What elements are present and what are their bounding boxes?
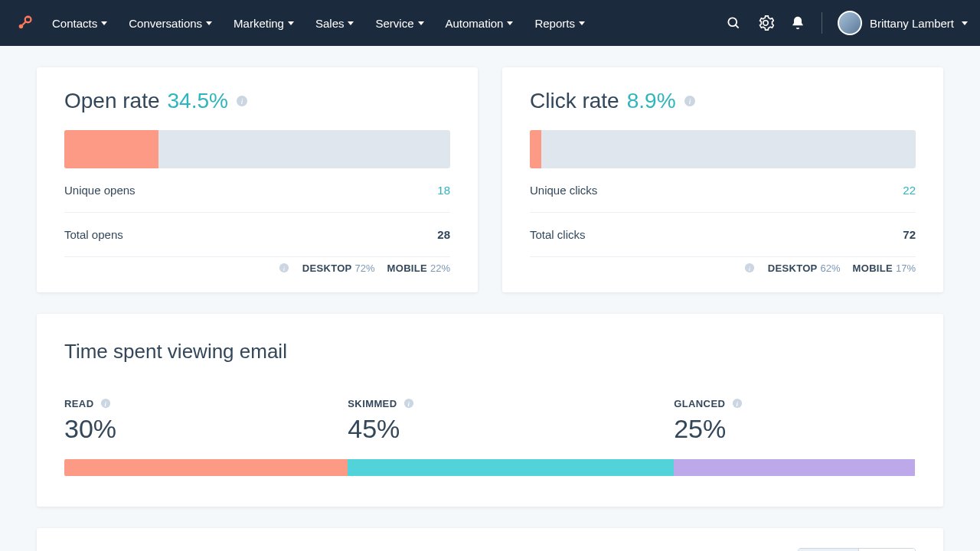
hubspot-logo-icon[interactable] [15, 14, 34, 32]
info-icon[interactable]: i [684, 95, 696, 107]
total-opens-row: Total opens 28 [64, 213, 450, 257]
time-spent-title: Time spent viewing email [64, 340, 916, 364]
chevron-down-icon [101, 21, 107, 25]
open-rate-title: Open rate 34.5% i [64, 89, 450, 113]
chevron-down-icon [348, 21, 354, 25]
glanced-column: GLANCED i 25% [674, 397, 915, 444]
unique-opens-value: 18 [437, 184, 450, 197]
glanced-percent: 25% [674, 414, 915, 444]
nav-item-automation[interactable]: Automation [446, 17, 514, 30]
nav-item-conversations[interactable]: Conversations [129, 17, 212, 30]
skimmed-percent: 45% [348, 414, 674, 444]
activity-card: Open and click activity Opens Clicks [37, 528, 943, 551]
unique-opens-row: Unique opens 18 [64, 168, 450, 213]
total-opens-value: 28 [437, 228, 450, 241]
nav-item-contacts[interactable]: Contacts [52, 17, 107, 30]
total-opens-label: Total opens [64, 228, 123, 241]
open-rate-percent: 34.5% [168, 89, 228, 113]
click-rate-title: Click rate 8.9% i [530, 89, 916, 113]
click-rate-card: Click rate 8.9% i Unique clicks 22 Total… [502, 67, 943, 292]
click-rate-percent: 8.9% [627, 89, 676, 113]
svg-text:i: i [688, 96, 691, 106]
nav-item-reports[interactable]: Reports [534, 17, 585, 30]
content-area: Open rate 34.5% i Unique opens 18 Total … [0, 46, 980, 551]
info-icon[interactable]: i [278, 262, 290, 274]
nav-separator [822, 12, 822, 34]
chevron-down-icon [579, 21, 585, 25]
open-rate-card: Open rate 34.5% i Unique opens 18 Total … [37, 67, 478, 292]
user-menu[interactable]: Brittany Lambert [838, 11, 968, 35]
skimmed-column: SKIMMED i 45% [348, 397, 674, 444]
info-icon[interactable]: i [731, 397, 743, 409]
time-spent-card: Time spent viewing email READ i 30% SKIM… [37, 314, 943, 507]
nav-menu: Contacts Conversations Marketing Sales S… [52, 17, 585, 30]
svg-line-2 [22, 21, 26, 25]
opens-clicks-toggle: Opens Clicks [798, 548, 916, 551]
click-device-breakdown: i DESKTOP62% MOBILE17% [530, 257, 916, 279]
open-rate-bar-fill [64, 130, 158, 168]
unique-clicks-row: Unique clicks 22 [530, 168, 916, 213]
read-column: READ i 30% [64, 397, 348, 444]
chevron-down-icon [206, 21, 212, 25]
time-stacked-bar [64, 459, 916, 476]
open-device-breakdown: i DESKTOP72% MOBILE22% [64, 257, 450, 279]
info-icon[interactable]: i [100, 397, 112, 409]
chevron-down-icon [962, 21, 968, 25]
chevron-down-icon [507, 21, 513, 25]
read-segment [64, 459, 348, 476]
nav-item-sales[interactable]: Sales [315, 17, 354, 30]
skimmed-segment [348, 459, 674, 476]
bell-icon[interactable] [789, 15, 806, 31]
click-rate-bar-fill [530, 130, 541, 168]
info-icon[interactable]: i [236, 95, 248, 107]
info-icon[interactable]: i [743, 262, 756, 274]
top-nav: Contacts Conversations Marketing Sales S… [0, 0, 980, 46]
svg-text:i: i [105, 400, 107, 408]
nav-item-marketing[interactable]: Marketing [234, 17, 294, 30]
open-rate-bar [64, 130, 450, 168]
user-name-label: Brittany Lambert [870, 17, 954, 30]
svg-text:i: i [408, 400, 410, 408]
info-icon[interactable]: i [403, 397, 415, 409]
chevron-down-icon [288, 21, 294, 25]
unique-clicks-label: Unique clicks [530, 184, 597, 197]
gear-icon[interactable] [757, 15, 774, 31]
search-icon[interactable] [725, 15, 742, 31]
svg-text:i: i [737, 400, 739, 408]
nav-item-service[interactable]: Service [375, 17, 423, 30]
read-percent: 30% [64, 414, 348, 444]
total-clicks-label: Total clicks [530, 228, 586, 241]
total-clicks-row: Total clicks 72 [530, 213, 916, 257]
svg-line-5 [736, 25, 739, 28]
total-clicks-value: 72 [903, 228, 916, 241]
svg-point-4 [728, 18, 737, 26]
chevron-down-icon [418, 21, 424, 25]
click-rate-bar [530, 130, 916, 168]
unique-opens-label: Unique opens [64, 184, 136, 197]
svg-text:i: i [240, 96, 243, 106]
nav-right: Brittany Lambert [725, 11, 968, 35]
avatar [838, 11, 862, 35]
unique-clicks-value: 22 [903, 184, 916, 197]
glanced-segment [674, 459, 915, 476]
